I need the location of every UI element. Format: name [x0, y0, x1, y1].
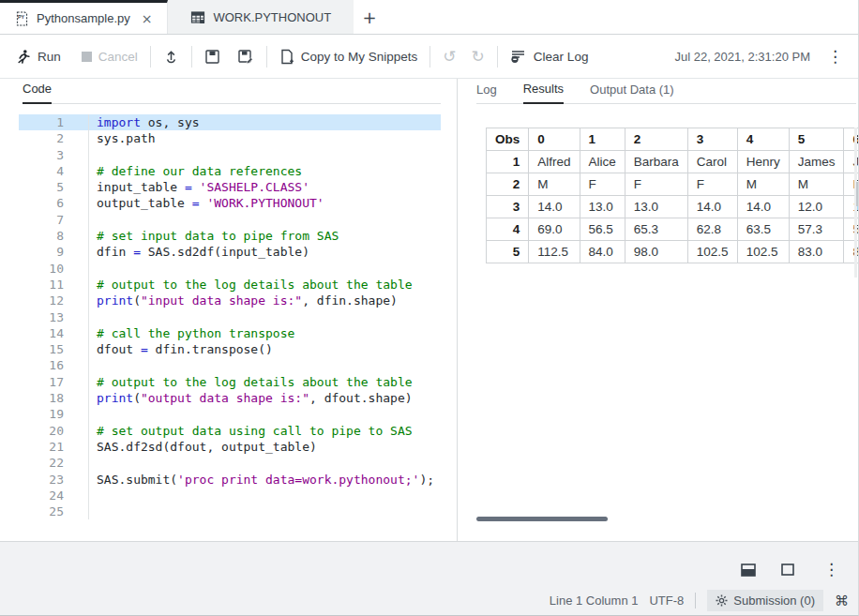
shortcuts-icon[interactable]: ⌘: [835, 593, 849, 609]
tab-code[interactable]: Code: [23, 82, 52, 104]
footer-more-options-icon[interactable]: ⋮: [820, 562, 843, 578]
line-number: 14: [19, 325, 64, 341]
data-cell: F: [687, 173, 737, 196]
data-cell: 12.0: [789, 196, 844, 218]
code-line-4[interactable]: 4# define our data references: [19, 163, 441, 179]
code-pane: Code 1import os, sys2sys.path34# define …: [0, 79, 457, 542]
gutter-separator: [64, 244, 89, 260]
tab-bar: PY Pythonsample.py × WORK.PYTHONOUT +: [0, 0, 858, 35]
data-cell: 56.5: [580, 218, 625, 241]
data-cell: 63.5: [737, 218, 789, 241]
tab-results[interactable]: Results: [523, 82, 564, 104]
code-line-24[interactable]: 24: [19, 488, 441, 503]
code-text: [89, 503, 97, 519]
separator: [497, 46, 498, 68]
line-number: 25: [19, 503, 64, 519]
code-line-25[interactable]: 25: [19, 503, 441, 519]
data-cell: M: [737, 173, 789, 196]
tab-output-data[interactable]: Output Data (1): [590, 83, 674, 103]
results-table-wrap: Obs01234561AlfredAliceBarbaraCarolHenryJ…: [486, 128, 859, 263]
table-file-icon: [190, 10, 205, 24]
code-text: [89, 261, 97, 277]
data-cell: 14.0: [529, 196, 580, 218]
gutter-separator: [64, 472, 89, 488]
code-line-12[interactable]: 12print("input data shape is:", dfin.sha…: [19, 293, 441, 308]
code-line-11[interactable]: 11# output to the log details about the …: [19, 277, 441, 293]
save-as-button[interactable]: [237, 49, 254, 65]
run-button[interactable]: Run: [15, 49, 61, 65]
data-cell: 14.0: [737, 196, 789, 218]
code-pane-tabs: Code: [23, 79, 441, 104]
submission-button[interactable]: Submission (0): [707, 590, 823, 611]
code-text: dfin = SAS.sd2df(input_table): [89, 244, 309, 260]
maximize-icon[interactable]: [781, 563, 794, 576]
line-number: 8: [19, 228, 64, 244]
code-text: # set input data to pipe from SAS: [89, 228, 339, 244]
horizontal-scrollbar[interactable]: [476, 517, 608, 521]
data-cell: 13.0: [580, 196, 625, 218]
code-line-21[interactable]: 21SAS.df2sd(dfout, output_table): [19, 439, 441, 455]
clear-log-icon: [510, 49, 527, 64]
code-line-5[interactable]: 5input_table = 'SASHELP.CLASS': [19, 179, 441, 195]
code-line-6[interactable]: 6output_table = 'WORK.PYTHONOUT': [19, 195, 441, 211]
dock-bottom-icon[interactable]: [741, 563, 756, 577]
code-line-17[interactable]: 17# output to the log details about the …: [19, 374, 441, 390]
undo-icon[interactable]: ↺: [443, 49, 456, 65]
save-icon: [204, 49, 220, 65]
code-line-7[interactable]: 7: [19, 212, 441, 228]
save-button[interactable]: [204, 49, 220, 65]
tab-pythonsample[interactable]: PY Pythonsample.py ×: [0, 0, 168, 34]
code-line-15[interactable]: 15dfout = dfin.transpose(): [19, 341, 441, 357]
code-line-13[interactable]: 13: [19, 309, 441, 325]
submit-history-button[interactable]: [163, 49, 179, 65]
gutter-separator: [64, 293, 89, 308]
footer: ⋮ Line 1 Column 1 UTF-8 Submission (0) ⌘: [0, 541, 858, 615]
gutter-separator: [64, 309, 89, 325]
code-line-3[interactable]: 3: [19, 147, 441, 163]
status-bar: Line 1 Column 1 UTF-8 Submission (0) ⌘: [0, 586, 858, 615]
code-line-10[interactable]: 10: [19, 261, 441, 277]
code-text: SAS.df2sd(dfout, output_table): [89, 439, 317, 455]
code-text: # output to the log details about the ta…: [89, 277, 413, 293]
data-cell: 84.0: [580, 241, 625, 263]
data-cell: 102.5: [737, 241, 789, 263]
gutter-separator: [64, 212, 89, 228]
code-line-2[interactable]: 2sys.path: [19, 130, 441, 146]
clear-log-label: Clear Log: [534, 50, 589, 64]
code-line-1[interactable]: 1import os, sys: [19, 114, 441, 130]
more-options-icon[interactable]: ⋮: [823, 49, 847, 65]
tab-log[interactable]: Log: [476, 83, 497, 103]
gutter-separator: [64, 406, 89, 422]
code-line-8[interactable]: 8# set input data to pipe from SAS: [19, 228, 441, 244]
gutter-separator: [64, 130, 89, 146]
tab-label: Pythonsample.py: [37, 11, 130, 25]
data-cell: 98.0: [625, 241, 687, 263]
code-editor[interactable]: 1import os, sys2sys.path34# define our d…: [0, 104, 457, 519]
tab-work-pythonout[interactable]: WORK.PYTHONOUT: [168, 0, 354, 34]
new-tab-button[interactable]: +: [354, 0, 385, 34]
line-number: 13: [19, 309, 64, 325]
code-line-23[interactable]: 23SAS.submit('proc print data=work.pytho…: [19, 472, 441, 488]
close-icon[interactable]: ×: [142, 11, 153, 26]
gutter-separator: [64, 357, 89, 373]
clear-log-button[interactable]: Clear Log: [510, 49, 589, 64]
column-header: 1: [580, 128, 625, 151]
code-text: SAS.submit('proc print data=work.pythono…: [89, 472, 434, 488]
code-line-18[interactable]: 18print("output data shape is:", dfout.s…: [19, 390, 441, 406]
run-label: Run: [38, 50, 61, 64]
code-line-16[interactable]: 16: [19, 357, 441, 373]
data-cell: Henry: [737, 151, 789, 173]
code-text: [89, 309, 97, 325]
data-cell: M: [789, 173, 844, 196]
redo-icon[interactable]: ↻: [472, 49, 485, 65]
code-text: sys.path: [89, 130, 156, 146]
code-line-19[interactable]: 19: [19, 406, 441, 422]
copy-to-snippets-button[interactable]: Copy to My Snippets: [279, 49, 418, 65]
cancel-button[interactable]: Cancel: [82, 50, 138, 64]
run-icon: [15, 49, 31, 65]
code-line-9[interactable]: 9dfin = SAS.sd2df(input_table): [19, 244, 441, 260]
data-cell: Carol: [687, 151, 737, 173]
code-line-22[interactable]: 22: [19, 455, 441, 471]
code-line-14[interactable]: 14# call the python transpose: [19, 325, 441, 341]
code-line-20[interactable]: 20# set output data using call to pipe t…: [19, 423, 441, 439]
